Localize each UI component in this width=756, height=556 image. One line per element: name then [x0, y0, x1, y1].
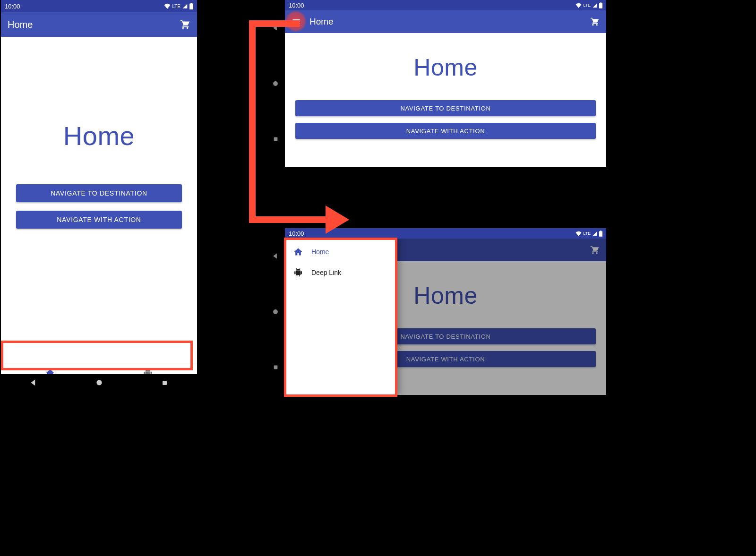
clock: 10:00: [289, 2, 304, 9]
back-icon[interactable]: [272, 25, 279, 31]
navigate-with-action-button[interactable]: NAVIGATE WITH ACTION: [16, 211, 182, 229]
drawer-item-label: Home: [311, 248, 329, 256]
drawer-item-deeplink[interactable]: Deep Link: [285, 262, 397, 283]
svg-point-2: [273, 81, 278, 86]
hamburger-icon[interactable]: [292, 17, 301, 26]
network-label: LTE: [172, 4, 180, 9]
navigate-to-destination-button[interactable]: NAVIGATE TO DESTINATION: [16, 184, 182, 202]
system-navbar-tablet-bottom: [266, 228, 285, 395]
svg-rect-5: [274, 366, 277, 369]
svg-rect-1: [163, 381, 167, 385]
home-circle-icon[interactable]: [95, 379, 103, 386]
signal-icon: [592, 231, 598, 236]
navigate-with-action-button[interactable]: NAVIGATE WITH ACTION: [295, 123, 596, 139]
svg-point-0: [96, 380, 102, 385]
back-icon[interactable]: [30, 379, 37, 386]
wifi-icon: [164, 3, 171, 9]
screen-heading: Home: [63, 120, 135, 151]
screen-content: Home NAVIGATE TO DESTINATION NAVIGATE WI…: [1, 37, 197, 363]
app-bar: Home: [1, 12, 197, 37]
navigate-to-destination-button[interactable]: NAVIGATE TO DESTINATION: [295, 100, 596, 116]
device-tablet-bottom: 10:00 LTE Home Home NAVIGATE TO DESTINAT…: [285, 228, 606, 395]
screen-content: Home NAVIGATE TO DESTINATION NAVIGATE WI…: [285, 33, 606, 167]
back-icon[interactable]: [272, 253, 279, 259]
recents-icon[interactable]: [273, 364, 279, 370]
wifi-icon: [576, 3, 582, 8]
home-circle-icon[interactable]: [272, 308, 279, 315]
status-bar: 10:00 LTE: [1, 0, 197, 12]
android-icon: [293, 268, 303, 277]
battery-icon: [189, 3, 193, 9]
navigation-drawer: Home Deep Link: [285, 239, 397, 395]
cart-icon[interactable]: [180, 19, 190, 30]
svg-rect-3: [274, 137, 277, 141]
signal-icon: [592, 3, 598, 8]
clock: 10:00: [289, 230, 304, 237]
battery-icon: [599, 231, 602, 237]
status-bar: 10:00 LTE: [285, 0, 606, 10]
network-label: LTE: [583, 3, 591, 8]
device-phone: 10:00 LTE Home Home NAVIGATE TO DESTINAT…: [1, 0, 197, 391]
system-navbar-phone: [1, 374, 197, 391]
clock: 10:00: [5, 3, 20, 10]
drawer-item-label: Deep Link: [311, 269, 341, 276]
recents-icon[interactable]: [161, 379, 168, 386]
recents-icon[interactable]: [273, 136, 279, 142]
drawer-item-home[interactable]: Home: [285, 241, 397, 262]
system-navbar-tablet-top: [266, 0, 285, 167]
home-circle-icon[interactable]: [272, 80, 279, 87]
app-bar: Home: [285, 10, 606, 33]
page-title: Home: [309, 17, 582, 27]
svg-point-4: [273, 309, 278, 314]
wifi-icon: [576, 231, 582, 236]
status-bar: 10:00 LTE: [285, 228, 606, 239]
signal-icon: [182, 3, 188, 9]
cart-icon[interactable]: [590, 17, 600, 26]
battery-icon: [599, 2, 602, 9]
page-title: Home: [8, 19, 172, 30]
screen-heading: Home: [413, 54, 477, 81]
home-icon: [293, 247, 303, 257]
device-tablet-top: 10:00 LTE Home Home NAVIGATE TO DESTINAT…: [285, 0, 606, 167]
network-label: LTE: [583, 231, 591, 236]
